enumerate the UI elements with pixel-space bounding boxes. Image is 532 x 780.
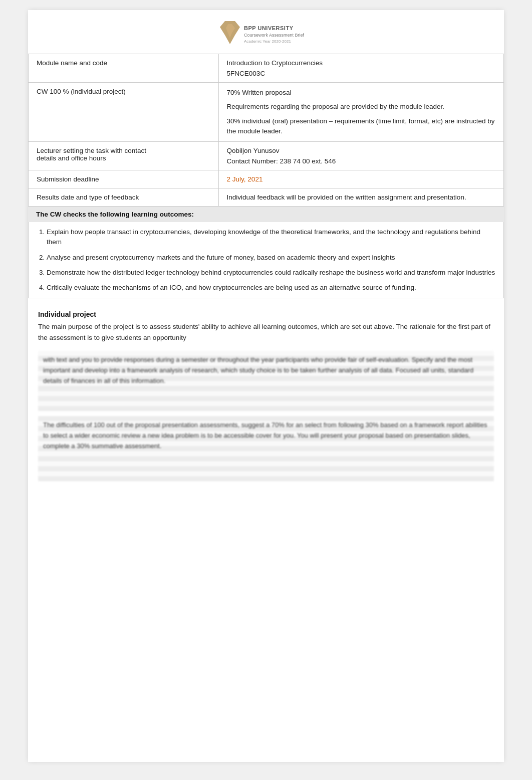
blurred-content-block-1: with text and you to provide responses d… [38,351,494,411]
table-row-results: Results date and type of feedback Indivi… [29,188,504,207]
university-logo: BPP UNIVERSITY Coursework Assessment Bri… [211,19,321,47]
list-item: Analyse and present cryptocurrency marke… [47,253,495,263]
individual-project-body: The main purpose of the project is to as… [38,321,494,343]
cw-label: CW 100 % (individual project) [29,83,219,142]
blurred-content-block-2: The difficulties of 100 out of the propo… [38,416,494,481]
svg-text:BPP UNIVERSITY: BPP UNIVERSITY [244,25,294,31]
list-item: Critically evaluate the mechanisms of an… [47,283,495,293]
module-code: 5FNCE003C [227,70,495,77]
blurred-text-1: with text and you to provide responses d… [38,351,494,390]
table-row-cw: CW 100 % (individual project) 70% Writte… [29,83,504,142]
list-item: Demonstrate how the distributed ledger t… [47,268,495,278]
deadline-label: Submission deadline [29,170,219,188]
page: BPP UNIVERSITY Coursework Assessment Bri… [28,10,504,762]
cw-multiline: 70% Written proposal Requirements regard… [227,88,495,136]
lecturer-label-line2: details and office hours [37,154,210,162]
deadline-date: 2 July, 2021 [227,175,263,183]
svg-text:Coursework Assessment Brief: Coursework Assessment Brief [244,33,305,38]
svg-text:Academic Year 2020-2021: Academic Year 2020-2021 [244,39,291,44]
learning-outcomes-list: Explain how people transact in cryptocur… [28,222,504,298]
lecturer-contact: Contact Number: 238 74 00 ext. 546 [227,157,495,165]
results-value: Individual feedback will be provided on … [218,188,503,207]
cw-para3: 30% individual (oral) presentation – req… [227,116,495,137]
module-value: Introduction to Cryptocurrencies 5FNCE00… [218,54,503,83]
module-label: Module name and code [29,54,219,83]
logo-svg: BPP UNIVERSITY Coursework Assessment Bri… [216,20,316,46]
learning-outcomes-header: The CW checks the following learning out… [28,207,504,222]
table-row-module: Module name and code Introduction to Cry… [29,54,504,83]
table-row-lecturer: Lecturer setting the task with contact d… [29,142,504,170]
lecturer-value: Qobiljon Yunusov Contact Number: 238 74 … [218,142,503,170]
cw-para2: Requirements regarding the proposal are … [227,102,495,112]
cw-para1: 70% Written proposal [227,88,495,98]
individual-project-title: Individual project [38,310,494,318]
results-label: Results date and type of feedback [29,188,219,207]
blurred-text-2: The difficulties of 100 out of the propo… [38,416,494,455]
module-name: Introduction to Cryptocurrencies [227,59,495,67]
list-item: Explain how people transact in cryptocur… [47,227,495,248]
deadline-value: 2 July, 2021 [218,170,503,188]
lecturer-label: Lecturer setting the task with contact d… [29,142,219,170]
table-row-deadline: Submission deadline 2 July, 2021 [29,170,504,188]
lecturer-name: Qobiljon Yunusov [227,147,495,154]
cw-value: 70% Written proposal Requirements regard… [218,83,503,142]
lecturer-label-line1: Lecturer setting the task with contact [37,147,210,154]
page-header: BPP UNIVERSITY Coursework Assessment Bri… [28,10,504,54]
info-table: Module name and code Introduction to Cry… [28,54,504,207]
